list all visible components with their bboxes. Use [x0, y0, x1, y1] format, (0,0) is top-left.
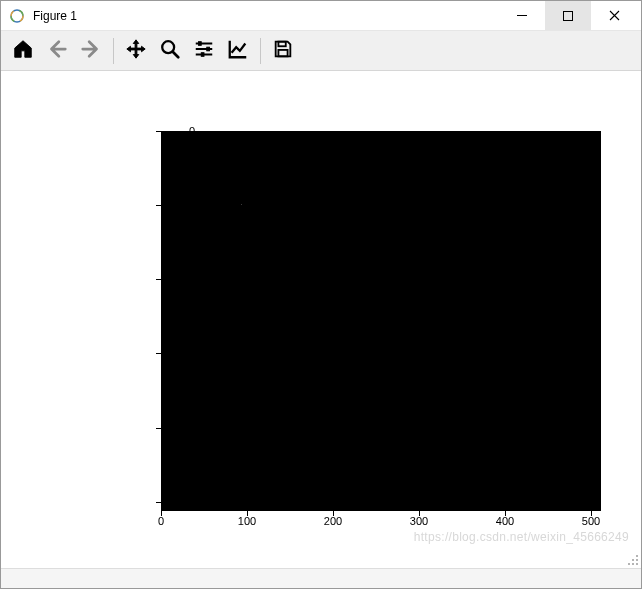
svg-rect-7	[207, 47, 210, 51]
app-icon	[9, 8, 25, 24]
titlebar: Figure 1	[1, 1, 641, 31]
svg-rect-4	[564, 11, 573, 20]
close-button[interactable]	[591, 1, 637, 30]
watermark-text: https://blog.csdn.net/weixin_45666249	[414, 530, 629, 544]
axes	[161, 131, 601, 511]
forward-button[interactable]	[75, 35, 107, 67]
zoom-icon	[159, 38, 181, 63]
sliders-icon	[193, 38, 215, 63]
maximize-button[interactable]	[545, 1, 591, 30]
back-button[interactable]	[41, 35, 73, 67]
pixel-artifact	[241, 204, 242, 205]
window-controls	[499, 1, 637, 30]
save-button[interactable]	[267, 35, 299, 67]
toolbar-separator	[113, 38, 114, 64]
home-icon	[12, 38, 34, 63]
y-tick-label: 100	[135, 199, 195, 211]
window-title: Figure 1	[33, 9, 499, 23]
arrow-left-icon	[46, 38, 68, 63]
y-tick-label: 400	[135, 422, 195, 434]
y-tick-label: 0	[135, 125, 195, 137]
svg-rect-9	[278, 42, 285, 47]
svg-rect-10	[278, 50, 287, 56]
x-tick-label: 200	[313, 515, 353, 527]
statusbar	[1, 568, 641, 588]
toolbar-separator	[260, 38, 261, 64]
toolbar	[1, 31, 641, 71]
svg-rect-6	[199, 42, 202, 46]
zoom-button[interactable]	[154, 35, 186, 67]
x-tick-label: 500	[571, 515, 611, 527]
y-tick-label: 300	[135, 347, 195, 359]
y-tick-label: 500	[135, 496, 195, 508]
edit-axis-button[interactable]	[222, 35, 254, 67]
svg-rect-3	[517, 15, 527, 16]
home-button[interactable]	[7, 35, 39, 67]
subplots-button[interactable]	[188, 35, 220, 67]
move-icon	[125, 38, 147, 63]
x-tick-label: 0	[141, 515, 181, 527]
pan-button[interactable]	[120, 35, 152, 67]
x-tick-label: 300	[399, 515, 439, 527]
minimize-button[interactable]	[499, 1, 545, 30]
x-tick-label: 400	[485, 515, 525, 527]
svg-rect-8	[201, 53, 204, 57]
x-tick-label: 100	[227, 515, 267, 527]
arrow-right-icon	[80, 38, 102, 63]
chart-line-icon	[227, 38, 249, 63]
y-tick-label: 200	[135, 273, 195, 285]
image-plot	[161, 131, 601, 511]
resize-grip-icon[interactable]	[626, 553, 638, 565]
figure-canvas[interactable]: 0 100 200 300 400 500 0 100 200 300 400 …	[1, 71, 641, 568]
save-icon	[272, 38, 294, 63]
